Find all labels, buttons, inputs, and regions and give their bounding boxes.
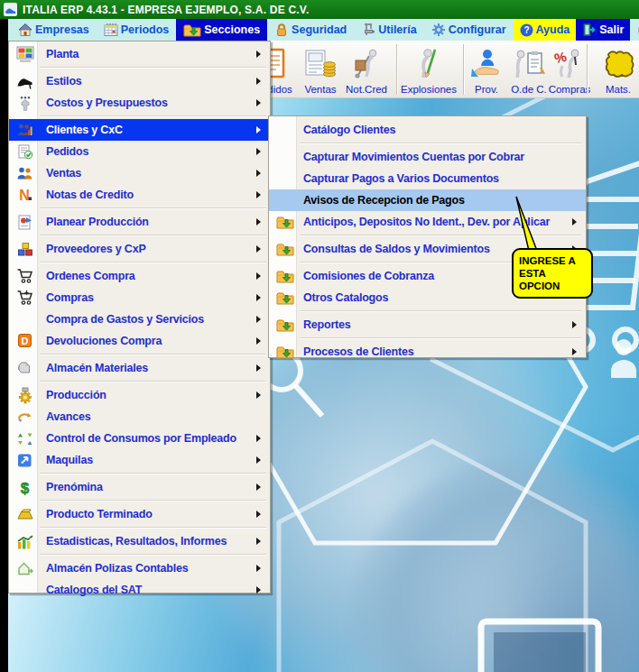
menu-item-planear-produccion[interactable]: Planear Producción <box>9 211 270 233</box>
providers-hand-icon <box>469 43 504 84</box>
submenu-arrow-icon <box>572 348 577 355</box>
submenu-label: Capturar Movimientos Cuentas por Cobrar <box>303 151 580 163</box>
menu-item-ordenes-compra[interactable]: Ordenes Compra <box>9 265 270 287</box>
menu-item-maquilas[interactable]: Maquilas <box>9 449 270 471</box>
menu-item-produccion[interactable]: Producción <box>9 384 270 406</box>
clamp-tool-icon <box>361 23 375 37</box>
menu-label: Planta <box>46 48 256 60</box>
materials-jug-icon <box>13 360 38 376</box>
folder-download-icon <box>273 215 297 229</box>
app-shoe-icon <box>4 3 17 16</box>
menu-item-almacen-materiales[interactable]: Almacén Materiales <box>9 357 270 379</box>
menu-label: Estadisticas, Resultados, Informes <box>46 535 256 548</box>
menu-label: Compra de Gastos y Servicios <box>46 313 256 326</box>
toolbar-button-explosiones[interactable]: Explosiones <box>399 43 458 96</box>
submenu-arrow-icon <box>256 316 261 323</box>
submenu-arrow-icon <box>256 391 261 399</box>
menu-item-control-consumos[interactable]: Control de Consumos por Empleado <box>9 428 270 449</box>
production-gear-icon <box>13 387 38 404</box>
svg-text:?: ? <box>523 25 529 35</box>
menu-item-notas-credito[interactable]: N Notas de Credito <box>9 184 270 206</box>
purchases-percent-icon: % <box>552 43 587 84</box>
svg-text:%: % <box>553 48 569 65</box>
menubar-item-ayuda[interactable]: ? Ayuda <box>514 19 577 41</box>
statistics-chart-icon <box>13 534 38 549</box>
callout-bubble: INGRESE A ESTA OPCION <box>512 248 593 299</box>
submenu-item-capturar-movimientos[interactable]: Capturar Movimientos Cuentas por Cobrar <box>269 146 586 168</box>
menu-label: Ventas <box>46 167 256 180</box>
submenu-arrow-icon <box>256 483 261 491</box>
menubar-item-utileria[interactable]: Utilería <box>354 19 423 41</box>
menu-item-planta[interactable]: Planta <box>9 43 270 65</box>
menu-item-almacen-polizas[interactable]: Almacén Polizas Contables <box>9 557 270 579</box>
submenu-item-procesos-clientes[interactable]: Procesos de Clientes <box>269 341 586 363</box>
menu-label: Compras <box>46 291 256 304</box>
purchase-order-cart-icon <box>13 268 38 284</box>
menu-item-compras[interactable]: Compras <box>9 287 270 308</box>
menu-item-prenomina[interactable]: $ Prenómina <box>9 476 270 498</box>
menu-item-costos[interactable]: Costos y Presupuestos <box>9 92 270 114</box>
submenu-arrow-icon <box>256 78 261 85</box>
menubar-item-secciones[interactable]: Secciones <box>176 19 267 41</box>
credit-note-handtruck-icon <box>349 43 384 84</box>
menu-item-avances[interactable]: Avances <box>9 406 270 428</box>
submenu-item-reportes[interactable]: Reportes <box>269 314 586 336</box>
folder-download-icon <box>273 242 297 256</box>
menu-separator <box>40 473 266 474</box>
menu-item-clientes-cxc[interactable]: Clientes y CxC <box>9 119 270 141</box>
folder-download-icon <box>273 345 297 359</box>
toolbar-button-mats[interactable]: Mats. <box>591 43 639 96</box>
consumption-arrows-icon <box>13 431 38 446</box>
purchase-order-clipboard-icon <box>512 43 546 84</box>
svg-text:N: N <box>19 188 30 203</box>
menu-item-producto-terminado[interactable]: Producto Terminado <box>9 503 270 525</box>
menu-separator <box>40 554 266 556</box>
clients-people-icon <box>13 123 38 138</box>
folder-download-icon <box>273 318 297 332</box>
menu-item-catalogos-sat[interactable]: Catalogos del SAT <box>9 579 270 601</box>
menubar-item-periodos[interactable]: Periodos <box>97 19 177 41</box>
plant-picture-icon <box>13 46 38 63</box>
menu-label: Proveedores y CxP <box>46 243 256 255</box>
menubar-item-configurar[interactable]: Configurar <box>424 19 514 41</box>
materials-leather-icon <box>602 43 634 84</box>
menubar-item-imprimir-truncated[interactable]: In <box>630 19 639 41</box>
purchases-cart-icon <box>13 290 38 306</box>
menu-item-compra-gastos[interactable]: Compra de Gastos y Servicios <box>9 308 270 330</box>
menubar-label: Periodos <box>121 23 170 36</box>
toolbar-button-compras[interactable]: % Compras <box>542 43 597 96</box>
submenu-arrow-icon <box>256 245 261 253</box>
toolbar-separator <box>587 44 588 95</box>
menubar-item-salir[interactable]: Salir <box>576 19 630 41</box>
menu-separator <box>40 262 266 263</box>
menu-item-devoluciones-compra[interactable]: D Devoluciones Compra <box>9 330 270 352</box>
menu-separator <box>40 235 266 236</box>
submenu-item-catalogo-clientes[interactable]: Catálogo Clientes <box>269 119 586 141</box>
callout-pointer <box>504 191 549 256</box>
menu-item-proveedores-cxp[interactable]: Proveedores y CxP <box>9 238 270 260</box>
exit-door-icon <box>582 23 597 37</box>
submenu-arrow-icon <box>572 218 577 226</box>
gear-icon <box>431 23 446 37</box>
svg-text:$: $ <box>21 479 30 496</box>
menubar-item-seguridad[interactable]: Seguridad <box>267 19 354 41</box>
menu-label: Clientes y CxC <box>46 124 256 136</box>
window-title: ITALIA ERP 4.43.1 - EMPRESA EJEMPLO, S.A… <box>23 4 309 16</box>
menubar-item-empresas[interactable]: Empresas <box>11 19 97 41</box>
menu-separator <box>40 354 266 355</box>
toolbar-button-notcred[interactable]: Not.Cred <box>339 43 394 96</box>
submenu-arrow-icon <box>256 272 261 280</box>
menu-separator <box>40 115 266 117</box>
folder-download-icon <box>183 23 201 37</box>
menu-label: Producción <box>46 389 256 401</box>
toolbar-separator <box>396 44 398 95</box>
menu-label: Planear Producción <box>46 216 256 228</box>
menu-item-estadisticas[interactable]: Estadisticas, Resultados, Informes <box>9 530 270 552</box>
menu-item-ventas[interactable]: Ventas <box>9 162 270 184</box>
submenu-label: Procesos de Clientes <box>303 345 572 358</box>
menu-item-pedidos[interactable]: Pedidos <box>9 141 270 162</box>
submenu-arrow-icon <box>256 126 261 133</box>
menu-item-estilos[interactable]: Estilos <box>9 70 270 92</box>
submenu-item-capturar-pagos[interactable]: Capturar Pagos a Varios Documentos <box>269 168 586 189</box>
submenu-arrow-icon <box>256 565 261 572</box>
